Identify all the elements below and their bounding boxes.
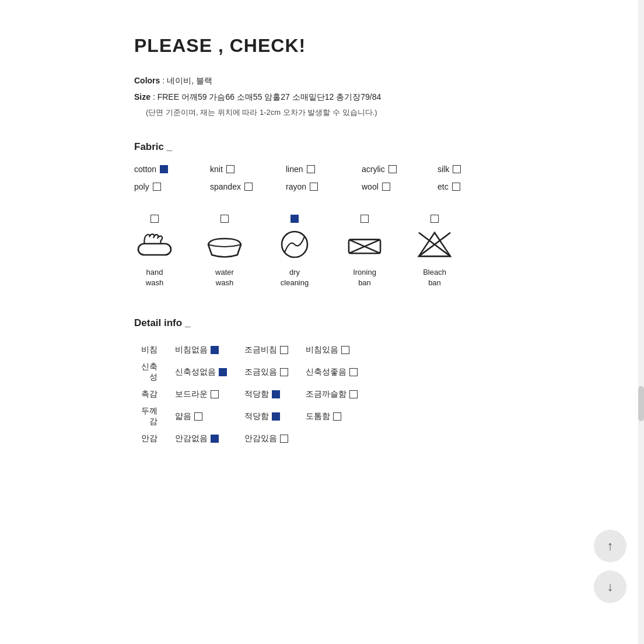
fabric-item-acrylic: acrylic — [362, 164, 438, 174]
detail-checkbox-4-0[interactable] — [211, 435, 219, 443]
care-checkbox-iron_ban[interactable] — [360, 215, 369, 223]
detail-option-1-0: 신축성없음 — [175, 367, 239, 377]
detail-option-text: 적당함 — [244, 411, 269, 422]
fabric-item-etc: etc — [438, 182, 513, 191]
iron-ban-icon — [344, 229, 385, 261]
colors-separator: : — [162, 76, 167, 85]
detail-option-0-0: 비침없음 — [175, 345, 230, 355]
detail-option-3-0: 얇음 — [175, 411, 214, 422]
detail-option-text: 보드라운 — [175, 389, 208, 400]
fabric-label-cotton: cotton — [134, 164, 156, 174]
fabric-checkbox-wool[interactable] — [382, 183, 390, 191]
detail-row-label-0: 비침 — [134, 341, 175, 359]
water-wash-icon — [204, 229, 245, 261]
detail-checkbox-2-2[interactable] — [349, 390, 358, 398]
fabric-label-silk: silk — [438, 164, 449, 174]
detail-cell-1-2: 신축성좋음 — [306, 359, 375, 385]
care-item-hand_wash: hand wash — [134, 215, 175, 288]
detail-cell-4-1: 안감있음 — [244, 429, 306, 448]
detail-checkbox-0-0[interactable] — [211, 346, 219, 354]
detail-checkbox-1-1[interactable] — [280, 368, 288, 376]
detail-option-4-0: 안감없음 — [175, 433, 230, 444]
fabric-checkbox-cotton[interactable] — [160, 165, 168, 173]
detail-checkbox-3-2[interactable] — [333, 412, 341, 421]
fabric-checkbox-etc[interactable] — [452, 183, 460, 191]
detail-option-1-2: 신축성좋음 — [306, 367, 369, 377]
fabric-checkbox-acrylic[interactable] — [388, 165, 397, 173]
detail-row-label-1: 신축성 — [134, 359, 175, 385]
fabric-checkbox-rayon[interactable] — [310, 183, 318, 191]
detail-row-1: 신축성신축성없음조금있음신축성좋음 — [134, 359, 375, 385]
care-item-dry_clean: dry cleaning — [274, 215, 315, 288]
fabric-checkbox-knit[interactable] — [226, 165, 235, 173]
scrollbar-thumb — [638, 386, 644, 421]
detail-row-label-3: 두께감 — [134, 404, 175, 429]
detail-cell-0-1: 조금비침 — [244, 341, 306, 359]
care-checkbox-water_wash[interactable] — [220, 215, 229, 223]
detail-option-3-2: 도톰함 — [306, 411, 353, 422]
colors-value: 네이비, 블랙 — [167, 76, 212, 85]
detail-checkbox-0-1[interactable] — [280, 346, 288, 354]
detail-checkbox-3-1[interactable] — [272, 412, 280, 421]
size-note: (단면 기준이며, 재는 위치에 따라 1-2cm 오차가 발생할 수 있습니다… — [146, 107, 519, 118]
detail-checkbox-0-2[interactable] — [341, 346, 349, 354]
fabric-title: Fabric _ — [134, 141, 519, 153]
detail-option-0-2: 비침있음 — [306, 345, 361, 355]
detail-option-text: 조금까슬함 — [306, 389, 346, 400]
care-checkbox-hand_wash[interactable] — [150, 215, 159, 223]
care-label-iron_ban: Ironing ban — [353, 267, 376, 288]
detail-option-text: 안감있음 — [244, 433, 277, 444]
svg-rect-0 — [138, 244, 171, 255]
scroll-up-icon: ↑ — [607, 538, 614, 554]
scrollbar-track — [638, 0, 644, 644]
fabric-label-wool: wool — [362, 182, 379, 191]
detail-option-text: 조금있음 — [244, 367, 277, 377]
fabric-label-rayon: rayon — [286, 182, 306, 191]
detail-cell-2-2: 조금까슬함 — [306, 385, 375, 404]
fabric-item-knit: knit — [210, 164, 286, 174]
detail-option-3-1: 적당함 — [244, 411, 292, 422]
detail-cell-1-0: 신축성없음 — [175, 359, 244, 385]
hand-wash-icon — [134, 229, 175, 261]
fabric-item-wool: wool — [362, 182, 438, 191]
detail-row-2: 촉감보드라운적당함조금까슬함 — [134, 385, 375, 404]
care-item-bleach_ban: Bleach ban — [414, 215, 455, 288]
detail-option-text: 얇음 — [175, 411, 191, 422]
fabric-checkbox-spandex[interactable] — [244, 183, 253, 191]
detail-cell-2-1: 적당함 — [244, 385, 306, 404]
detail-option-2-1: 적당함 — [244, 389, 292, 400]
fabric-item-silk: silk — [438, 164, 513, 174]
care-label-hand_wash: hand wash — [146, 267, 163, 288]
detail-option-text: 비침있음 — [306, 345, 338, 355]
detail-checkbox-2-1[interactable] — [272, 390, 280, 398]
detail-row-4: 안감안감없음안감있음 — [134, 429, 375, 448]
detail-cell-2-0: 보드라운 — [175, 385, 244, 404]
care-checkbox-bleach_ban[interactable] — [430, 215, 439, 223]
detail-checkbox-4-1[interactable] — [280, 435, 288, 443]
dry-clean-icon — [274, 229, 315, 261]
bleach-ban-icon — [414, 229, 455, 261]
detail-checkbox-1-0[interactable] — [219, 368, 227, 376]
fabric-checkbox-poly[interactable] — [153, 183, 161, 191]
detail-checkbox-1-2[interactable] — [349, 368, 358, 376]
scroll-up-button[interactable]: ↑ — [594, 530, 626, 562]
detail-checkbox-3-0[interactable] — [194, 412, 202, 421]
detail-option-2-2: 조금까슬함 — [306, 389, 369, 400]
care-item-water_wash: water wash — [204, 215, 245, 288]
detail-option-4-1: 안감있음 — [244, 433, 300, 444]
scroll-down-button[interactable]: ↓ — [594, 570, 626, 603]
detail-cell-3-0: 얇음 — [175, 404, 244, 429]
detail-cell-0-2: 비침있음 — [306, 341, 375, 359]
care-checkbox-dry_clean[interactable] — [290, 215, 299, 223]
detail-row-3: 두께감얇음적당함도톰함 — [134, 404, 375, 429]
size-line: Size : FREE 어깨59 가슴66 소매55 암홀27 소매밑단12 총… — [134, 90, 519, 103]
fabric-label-linen: linen — [286, 164, 303, 174]
detail-option-text: 신축성없음 — [175, 367, 216, 377]
fabric-item-spandex: spandex — [210, 182, 286, 191]
care-item-iron_ban: Ironing ban — [344, 215, 385, 288]
detail-checkbox-2-0[interactable] — [211, 390, 219, 398]
fabric-checkbox-linen[interactable] — [307, 165, 315, 173]
detail-cell-4-0: 안감없음 — [175, 429, 244, 448]
fabric-checkbox-silk[interactable] — [453, 165, 461, 173]
fabric-label-spandex: spandex — [210, 182, 241, 191]
